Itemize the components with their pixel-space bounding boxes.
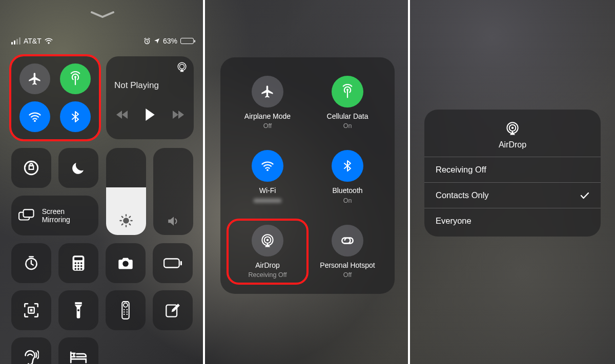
wifi-toggle[interactable] [19, 101, 50, 132]
flashlight-button[interactable] [58, 290, 98, 330]
low-power-button[interactable] [153, 243, 193, 283]
battery-empty-icon [163, 258, 182, 268]
wifi-network-name [254, 197, 281, 204]
airplay-icon[interactable] [176, 61, 188, 73]
screen-mirroring-icon [18, 208, 35, 223]
media-title: Not Playing [114, 80, 188, 91]
ear-icon [24, 349, 39, 364]
svg-point-33 [124, 314, 125, 315]
svg-point-18 [74, 268, 76, 270]
carrier-label: AT&T [24, 37, 42, 45]
forward-icon[interactable] [171, 110, 184, 120]
svg-point-40 [266, 239, 269, 241]
battery-pct: 63% [163, 37, 177, 45]
svg-point-4 [179, 65, 184, 69]
connectivity-expanded-pane: Airplane Mode Off Cellular Data On Wi-Fi… [205, 0, 410, 364]
timer-icon [24, 255, 39, 271]
alarm-icon [144, 37, 151, 45]
sleep-button[interactable] [58, 337, 98, 364]
svg-rect-22 [164, 259, 179, 268]
media-module[interactable]: Not Playing [106, 56, 194, 139]
wifi-cell[interactable]: Wi-Fi [230, 147, 305, 207]
cell-signal-icon [11, 37, 20, 45]
checkmark-icon [580, 192, 589, 199]
volume-slider[interactable] [153, 148, 193, 235]
svg-point-17 [80, 265, 83, 267]
calculator-icon [72, 255, 85, 271]
screen-mirroring-label: Screen Mirroring [42, 207, 91, 224]
airdrop-option-contacts[interactable]: Contacts Only [424, 182, 601, 208]
svg-point-14 [80, 262, 83, 264]
status-bar: AT&T 63% [0, 37, 205, 45]
svg-point-28 [124, 303, 128, 307]
do-not-disturb-toggle[interactable] [58, 148, 98, 188]
bluetooth-icon [341, 159, 354, 173]
camera-icon [117, 256, 134, 270]
svg-point-43 [511, 127, 514, 130]
rotation-lock-icon [23, 159, 40, 177]
svg-point-2 [34, 120, 36, 122]
timer-button[interactable] [11, 243, 51, 283]
svg-point-30 [127, 309, 128, 310]
wifi-icon [28, 110, 42, 124]
svg-point-19 [77, 268, 79, 270]
play-icon[interactable] [145, 108, 156, 121]
calculator-button[interactable] [58, 243, 98, 283]
brightness-slider[interactable] [106, 148, 146, 235]
svg-point-36 [346, 89, 348, 91]
bluetooth-toggle[interactable] [60, 101, 91, 132]
svg-point-26 [77, 309, 79, 311]
cellular-data-toggle[interactable] [60, 63, 91, 94]
bed-icon [70, 351, 87, 364]
svg-point-31 [124, 311, 125, 312]
svg-rect-27 [122, 302, 129, 319]
antenna-icon [340, 84, 355, 99]
antenna-icon [68, 71, 83, 87]
svg-point-29 [124, 309, 125, 310]
airplane-mode-cell[interactable]: Airplane Mode Off [230, 73, 305, 133]
apple-tv-remote-button[interactable] [106, 290, 146, 330]
airdrop-cell[interactable]: AirDrop Receiving Off [230, 222, 305, 282]
rewind-icon[interactable] [116, 110, 129, 120]
screen-mirroring-button[interactable]: Screen Mirroring [11, 196, 98, 235]
svg-point-8 [123, 218, 129, 224]
qr-icon [24, 303, 39, 318]
bluetooth-icon [69, 110, 81, 124]
svg-rect-25 [30, 309, 33, 312]
svg-rect-11 [74, 258, 83, 261]
flashlight-icon [74, 302, 83, 319]
dismiss-chevron-icon[interactable] [91, 11, 114, 18]
wifi-icon [260, 159, 275, 173]
airdrop-option-off[interactable]: Receiving Off [424, 157, 601, 182]
svg-point-12 [74, 262, 76, 264]
svg-point-15 [74, 265, 76, 267]
svg-rect-7 [23, 209, 33, 217]
moon-icon [71, 160, 86, 176]
personal-hotspot-cell[interactable]: Personal Hotspot Off [310, 222, 385, 282]
svg-point-37 [266, 169, 269, 172]
camera-button[interactable] [106, 243, 146, 283]
hearing-button[interactable] [11, 337, 51, 364]
battery-icon [180, 38, 194, 44]
airplane-icon [28, 72, 42, 86]
bluetooth-cell[interactable]: Bluetooth On [310, 147, 385, 207]
svg-point-34 [127, 314, 128, 315]
hotspot-icon [340, 235, 355, 246]
airdrop-menu-title: AirDrop [424, 140, 601, 149]
airdrop-menu: AirDrop Receiving Off Contacts Only Ever… [424, 110, 601, 237]
notes-button[interactable] [153, 290, 193, 330]
airplane-mode-toggle[interactable] [19, 63, 50, 94]
orientation-lock-toggle[interactable] [11, 148, 51, 188]
cellular-data-cell[interactable]: Cellular Data On [310, 73, 385, 133]
airdrop-menu-pane: AirDrop Receiving Off Contacts Only Ever… [410, 0, 615, 364]
brightness-icon [119, 213, 133, 228]
connectivity-panel: Airplane Mode Off Cellular Data On Wi-Fi… [220, 57, 395, 294]
svg-point-21 [122, 261, 128, 266]
airdrop-icon [260, 233, 275, 248]
svg-point-20 [80, 268, 83, 270]
connectivity-module[interactable] [11, 56, 99, 139]
airdrop-option-everyone[interactable]: Everyone [424, 208, 601, 233]
qr-scan-button[interactable] [11, 290, 51, 330]
compose-icon [165, 303, 180, 318]
volume-icon [166, 215, 180, 228]
